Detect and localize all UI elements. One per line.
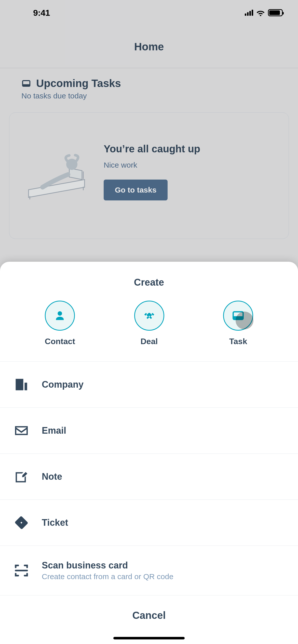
scan-business-card-button[interactable]: Scan business card Create contact from a… bbox=[0, 546, 298, 595]
create-list: Company Email Note Ticket Scan bbox=[0, 362, 298, 595]
create-note-label: Note bbox=[42, 471, 62, 482]
relaxing-person-illustration bbox=[25, 144, 88, 200]
note-icon bbox=[13, 468, 30, 485]
empty-state-card: You’re all caught up Nice work Go to tas… bbox=[9, 112, 289, 239]
create-contact-label: Contact bbox=[45, 337, 75, 346]
upcoming-tasks-subtitle: No tasks due today bbox=[21, 92, 289, 100]
create-sheet: Create Contact Deal bbox=[0, 262, 298, 644]
main-content: Upcoming Tasks No tasks due today bbox=[0, 68, 298, 239]
create-quick-row: Contact Deal Task bbox=[0, 301, 298, 362]
create-contact-button[interactable]: Contact bbox=[45, 301, 75, 346]
go-to-tasks-button[interactable]: Go to tasks bbox=[104, 180, 168, 200]
status-icons bbox=[245, 9, 283, 16]
create-email-button[interactable]: Email bbox=[0, 408, 298, 454]
create-task-label: Task bbox=[229, 337, 247, 346]
scan-icon bbox=[13, 562, 30, 579]
upcoming-tasks-header: Upcoming Tasks bbox=[21, 77, 289, 90]
person-icon bbox=[53, 309, 66, 322]
status-bar: 9:41 bbox=[0, 0, 298, 25]
create-sheet-title: Create bbox=[0, 262, 298, 301]
create-deal-button[interactable]: Deal bbox=[134, 301, 164, 346]
empty-state-title: You’re all caught up bbox=[104, 143, 273, 155]
scan-business-card-subtitle: Create contact from a card or QR code bbox=[42, 572, 173, 581]
create-company-label: Company bbox=[42, 379, 84, 390]
create-task-button[interactable]: Task bbox=[223, 301, 253, 346]
page-title: Home bbox=[134, 41, 164, 53]
create-company-button[interactable]: Company bbox=[0, 362, 298, 408]
company-icon bbox=[13, 376, 30, 393]
touch-indicator bbox=[236, 312, 253, 329]
status-time: 9:41 bbox=[33, 8, 50, 18]
ticket-icon bbox=[13, 514, 30, 531]
home-indicator[interactable] bbox=[113, 637, 185, 639]
empty-state-subtitle: Nice work bbox=[104, 161, 273, 169]
handshake-icon bbox=[143, 309, 156, 322]
create-email-label: Email bbox=[42, 425, 66, 436]
create-ticket-label: Ticket bbox=[42, 517, 68, 528]
scan-business-card-label: Scan business card bbox=[42, 560, 173, 571]
upcoming-tasks-title: Upcoming Tasks bbox=[36, 77, 121, 90]
page-header: Home bbox=[0, 25, 298, 68]
svg-rect-1 bbox=[23, 84, 30, 86]
cancel-button[interactable]: Cancel bbox=[0, 595, 298, 629]
create-deal-label: Deal bbox=[141, 337, 158, 346]
cellular-icon bbox=[245, 10, 253, 16]
cancel-label: Cancel bbox=[132, 610, 166, 621]
create-note-button[interactable]: Note bbox=[0, 454, 298, 500]
battery-icon bbox=[268, 9, 283, 16]
create-ticket-button[interactable]: Ticket bbox=[0, 500, 298, 546]
email-icon bbox=[13, 422, 30, 439]
tasks-icon bbox=[21, 79, 31, 88]
wifi-icon bbox=[256, 9, 265, 16]
